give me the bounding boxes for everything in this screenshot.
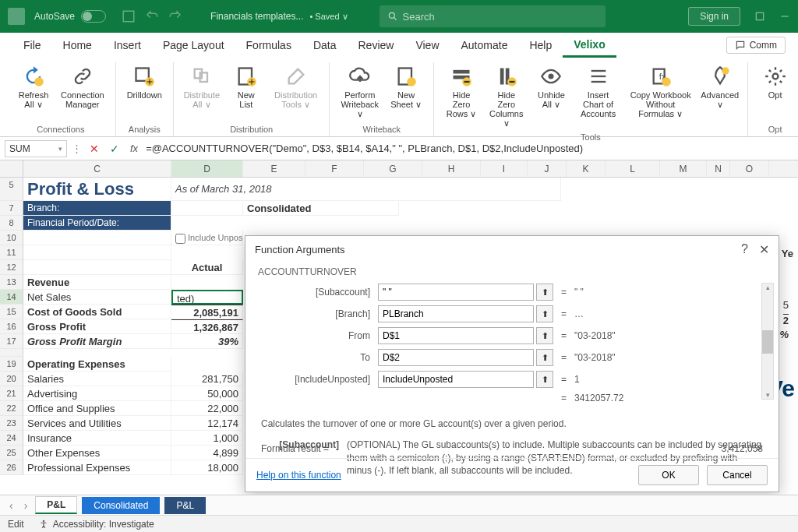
col-k[interactable]: K [567,160,606,177]
cancel-formula-icon[interactable]: ✕ [87,143,102,155]
tab-velixo[interactable]: Velixo [563,33,616,58]
args-scrollbar[interactable]: ▴▾ [761,283,774,400]
prof-exp-label[interactable]: Professional Expenses [23,460,171,475]
ref-select-icon[interactable]: ⬆ [536,305,553,322]
advanced-button[interactable]: Advanced ∨ [701,62,740,111]
cogs-value[interactable]: 2,085,191 [171,305,243,319]
arg-input-from[interactable] [378,327,534,344]
ref-select-icon[interactable]: ⬆ [536,371,553,388]
perform-writeback-button[interactable]: Perform Writeback ∨ [337,62,382,121]
period-label[interactable]: Financial Period/Date: [23,216,171,231]
ref-select-icon[interactable]: ⬆ [536,284,553,301]
row-header[interactable]: 20 [0,372,23,386]
col-d[interactable]: D [171,160,243,177]
arg-input-to[interactable] [378,349,534,366]
tab-insert[interactable]: Insert [103,34,152,56]
report-title[interactable]: Profit & Loss [23,178,171,201]
tab-help[interactable]: Help [518,34,563,56]
drilldown-button[interactable]: Drilldown [124,62,165,101]
gross-profit-value[interactable]: 1,326,867 [171,319,243,334]
row-header[interactable]: 17 [0,334,23,349]
tab-review[interactable]: Review [348,34,405,56]
services-label[interactable]: Services and Utilities [23,416,171,431]
cogs-label[interactable]: Cost of Goods Sold [23,305,171,319]
office-value[interactable]: 22,000 [171,401,243,416]
include-unposted-checkbox[interactable] [175,234,185,244]
new-list-button[interactable]: New List [227,62,266,111]
row-header[interactable]: 22 [0,401,23,416]
help-icon[interactable]: ? [741,242,748,257]
row-header[interactable]: 8 [0,216,23,231]
branch-label[interactable]: Branch: [23,201,171,216]
cancel-button[interactable]: Cancel [707,465,768,485]
connection-manager-button[interactable]: Connection Manager [58,62,108,111]
as-of-date[interactable]: As of March 31, 2018 [171,178,561,201]
name-box[interactable]: SUM▾ [5,140,67,157]
col-h[interactable]: H [422,160,481,177]
tab-file[interactable]: File [12,34,52,56]
row-header[interactable]: 26 [0,460,23,475]
fx-icon[interactable]: fx [130,143,138,154]
select-all-corner[interactable] [0,160,23,177]
row-header[interactable]: 14 [0,290,23,305]
hide-zero-rows-button[interactable]: Hide Zero Rows ∨ [442,62,481,121]
row-header[interactable]: 23 [0,416,23,431]
tab-formulas[interactable]: Formulas [235,34,302,56]
save-icon[interactable] [122,9,136,23]
arg-input-subaccount[interactable] [378,284,534,301]
sheet-tab-pl2[interactable]: P&L [164,497,206,514]
tab-data[interactable]: Data [302,34,348,56]
row-header[interactable]: 12 [0,260,23,275]
advertising-value[interactable]: 50,000 [171,386,243,401]
active-cell[interactable]: ted) [171,290,243,305]
help-link[interactable]: Help on this function [256,470,341,481]
sign-in-button[interactable]: Sign in [688,7,740,26]
close-icon[interactable]: ✕ [759,242,769,257]
col-f[interactable]: F [305,160,364,177]
col-n[interactable]: N [707,160,730,177]
consolidated-label[interactable]: Consolidated [243,201,399,216]
ribbon-options-icon[interactable] [754,11,765,22]
actual-header[interactable]: Actual [171,260,243,275]
gross-profit-label[interactable]: Gross Profit [23,319,171,334]
row-header[interactable]: 24 [0,431,23,446]
unhide-all-button[interactable]: Unhide All ∨ [531,62,570,111]
services-value[interactable]: 12,174 [171,416,243,431]
autosave-toggle[interactable] [81,10,106,23]
file-name[interactable]: Financials templates... [210,11,303,22]
sheet-tab-pl[interactable]: P&L [35,496,77,514]
col-o[interactable]: O [730,160,769,177]
options-button[interactable]: Opt [756,62,795,101]
arg-input-branch[interactable] [378,305,534,322]
col-m[interactable]: M [660,160,707,177]
refresh-all-button[interactable]: Refresh All ∨ [14,62,53,111]
row-header[interactable]: 10 [0,231,23,245]
opex-label[interactable]: Operating Expenses [23,357,171,372]
tab-page-layout[interactable]: Page Layout [152,34,235,56]
sheet-nav-next-icon[interactable]: › [21,499,31,512]
copy-without-formulas-button[interactable]: fxCopy Workbook Without Formulas ∨ [626,62,696,121]
ref-select-icon[interactable]: ⬆ [536,327,553,344]
minimize-icon[interactable] [779,11,790,22]
sheet-nav-prev-icon[interactable]: ‹ [6,499,16,512]
prof-exp-value[interactable]: 18,000 [171,460,243,475]
ref-select-icon[interactable]: ⬆ [536,349,553,366]
distribute-all-button[interactable]: Distribute All ∨ [182,62,222,111]
tab-automate[interactable]: Automate [450,34,519,56]
search-box[interactable]: Search [380,5,606,27]
salaries-value[interactable]: 281,750 [171,372,243,386]
row-header[interactable]: 7 [0,201,23,216]
col-j[interactable]: J [528,160,567,177]
row-header[interactable]: 5 [0,178,23,201]
other-exp-label[interactable]: Other Expenses [23,446,171,460]
other-exp-value[interactable]: 4,899 [171,446,243,460]
tab-home[interactable]: Home [52,34,103,56]
row-header[interactable]: 21 [0,386,23,401]
comments-button[interactable]: Comm [726,37,786,54]
formula-input[interactable]: =@ACCOUNTTURNOVER("Demo", D$3, $B14, $A1… [146,143,583,154]
row-header[interactable]: 19 [0,357,23,372]
insurance-label[interactable]: Insurance [23,431,171,446]
tab-view[interactable]: View [404,34,450,56]
row-header[interactable]: 25 [0,446,23,460]
col-e[interactable]: E [243,160,305,177]
